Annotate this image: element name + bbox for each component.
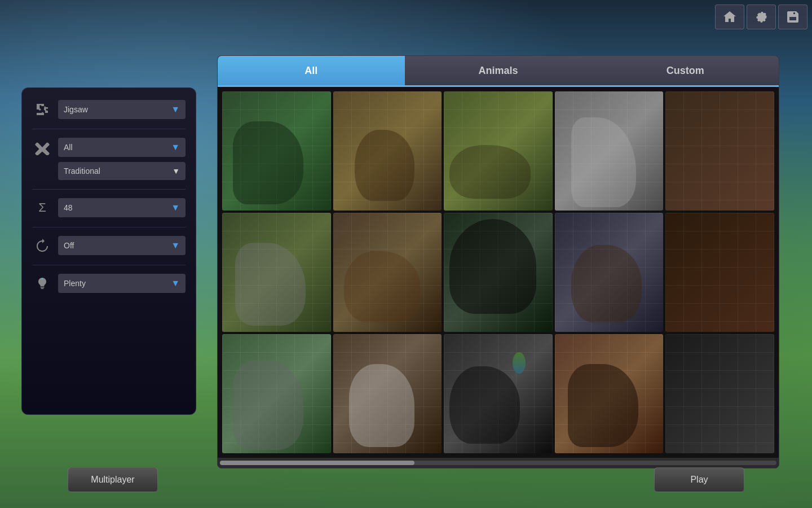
lightbulb-icon (32, 273, 52, 294)
home-icon (722, 9, 738, 25)
horse-silhouette (449, 366, 520, 444)
settings-button[interactable] (747, 5, 776, 29)
tab-all[interactable]: All (218, 56, 405, 85)
chevron-down-icon: ▼ (171, 203, 180, 213)
svg-point-3 (42, 278, 43, 280)
gear-icon (753, 9, 769, 25)
rotation-row: Off ▼ (32, 235, 186, 256)
puzzle-lines-overlay (665, 334, 774, 453)
puzzle-image-9[interactable] (555, 213, 664, 332)
puzzle-image-12[interactable] (333, 334, 442, 453)
puzzle-image-5-partial[interactable] (665, 91, 774, 211)
chevron-down-icon: ▼ (171, 104, 180, 115)
rotation-icon (32, 235, 52, 256)
chevron-down-icon: ▼ (171, 240, 180, 251)
puzzle-image-6[interactable] (222, 213, 331, 332)
horse-silhouette (449, 219, 536, 314)
scrollbar-area (218, 458, 779, 468)
puzzle-image-10-partial[interactable] (665, 213, 774, 332)
horse-silhouette (568, 364, 638, 448)
piece-count-select[interactable]: 48 ▼ (58, 198, 186, 217)
top-icon-bar (715, 5, 807, 29)
horse-silhouette (349, 364, 414, 448)
main-content: All Animals Custom (217, 55, 779, 468)
home-button[interactable] (715, 5, 744, 29)
puzzle-image-11[interactable] (222, 334, 331, 453)
difficulty-row: Plenty ▼ (32, 273, 186, 294)
tab-animals[interactable]: Animals (405, 56, 592, 85)
puzzle-image-14[interactable] (555, 334, 664, 453)
puzzle-image-15-partial[interactable] (665, 334, 774, 453)
rotation-select[interactable]: Off ▼ (58, 236, 186, 255)
divider-1 (32, 129, 186, 129)
horse-silhouette (355, 130, 414, 202)
parrot-accent (513, 352, 526, 374)
divider-4 (32, 265, 186, 265)
puzzle-image-grid (218, 87, 779, 458)
horse-silhouette (233, 360, 303, 449)
scrollbar-track[interactable] (220, 461, 776, 465)
cut-style-row: Traditional ▼ (32, 162, 186, 180)
chevron-down-icon: ▼ (171, 142, 180, 152)
svg-rect-1 (41, 287, 45, 288)
puzzle-image-4[interactable] (555, 91, 664, 211)
puzzle-icon (32, 99, 52, 120)
cut-style-select[interactable]: Traditional ▼ (58, 162, 186, 180)
horse-silhouette (344, 251, 420, 323)
sigma-icon: Σ (32, 198, 52, 218)
play-button[interactable]: Play (654, 467, 744, 492)
cut-type-select[interactable]: All ▼ (58, 138, 186, 157)
puzzle-type-select[interactable]: Jigsaw ▼ (58, 100, 186, 119)
horse-silhouette (571, 245, 642, 322)
divider-2 (32, 189, 186, 190)
puzzle-image-7[interactable] (333, 213, 442, 332)
svg-rect-2 (41, 288, 44, 290)
puzzle-image-3[interactable] (444, 91, 553, 211)
puzzle-image-13[interactable] (444, 334, 553, 453)
piece-count-row: Σ 48 ▼ (32, 198, 186, 218)
left-panel: Jigsaw ▼ All ▼ Traditional ▼ Σ 48 ▼ (21, 87, 196, 415)
chevron-down-icon: ▼ (171, 278, 180, 288)
multiplayer-button[interactable]: Multiplayer (68, 467, 158, 492)
puzzle-image-1[interactable] (222, 91, 331, 211)
bottom-buttons: Multiplayer Play (0, 467, 812, 492)
puzzle-type-row: Jigsaw ▼ (32, 99, 186, 120)
tab-custom[interactable]: Custom (592, 56, 779, 85)
difficulty-select[interactable]: Plenty ▼ (58, 274, 186, 293)
tab-bar: All Animals Custom (218, 56, 779, 85)
puzzle-lines-overlay (665, 91, 774, 211)
divider-3 (32, 227, 186, 227)
cut-type-row: All ▼ (32, 137, 186, 157)
puzzle-image-8[interactable] (444, 213, 553, 332)
horse-silhouette (449, 145, 531, 199)
puzzle-image-2[interactable] (333, 91, 442, 211)
horse-silhouette (233, 121, 303, 205)
scissors-icon (32, 137, 52, 157)
save-icon (785, 9, 801, 25)
scrollbar-thumb[interactable] (220, 461, 414, 465)
save-button[interactable] (778, 5, 807, 29)
puzzle-lines-overlay (665, 213, 774, 332)
chevron-down-icon: ▼ (172, 167, 180, 176)
